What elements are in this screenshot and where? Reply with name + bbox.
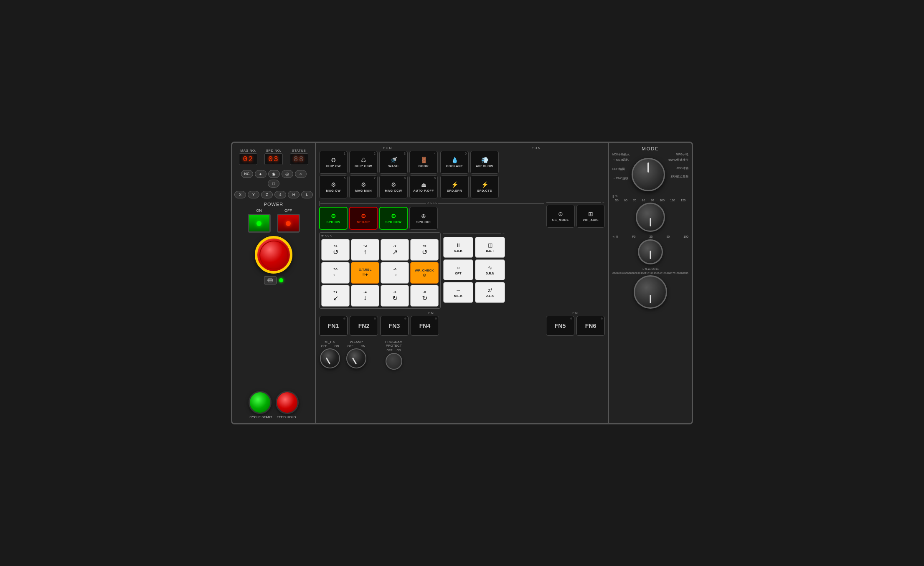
axis-l[interactable]: L	[301, 191, 313, 198]
program-protect-label: PROGRAMPROTECT	[385, 340, 402, 348]
fn5-led	[570, 317, 572, 320]
spd-cw-button[interactable]: ⚙ SPD.CW	[319, 207, 348, 230]
status-value: 88	[290, 153, 308, 165]
program-protect-keyswitch[interactable]	[386, 353, 402, 370]
usb-port[interactable]	[264, 276, 277, 284]
mag-cw-button[interactable]: 6 ⚙ MAG CW	[319, 175, 348, 198]
air-blow-button[interactable]: 💨 AIR BLOW	[470, 151, 499, 174]
chip-cw-button[interactable]: 1 ♻ CHIP CW	[319, 151, 348, 174]
zlk-button[interactable]: z/ Z.L.K	[475, 282, 505, 303]
fun-right-block: 5 💧 COOLANT 💨 AIR BLOW ⚡ SPD.SPR	[440, 151, 499, 198]
jog-ot-rel[interactable]: O.T.REL≡+	[351, 262, 379, 284]
power-label: POWER	[264, 202, 284, 207]
auto-poff-button[interactable]: 9 ⏏ AUTO P.OFF	[409, 175, 438, 198]
power-off-button[interactable]	[277, 214, 300, 233]
fn6-button[interactable]: FN6	[576, 316, 605, 336]
cs-mode-button[interactable]: ⊙ CS_MODE	[546, 205, 575, 228]
feed-scale: ∿ % F0 25 50 100	[612, 235, 688, 239]
jog-minus4[interactable]: -4↻	[381, 285, 409, 307]
feed-dial[interactable]	[638, 239, 663, 264]
jog-minus5[interactable]: -5↻	[410, 285, 439, 307]
fun-row1: 1 ♻ CHIP CW 2 ♺ CHIP CCW 3 🚿 WASH	[319, 151, 438, 174]
jog-header: ☛ ∿∿∿	[321, 234, 439, 238]
spd-ori-button[interactable]: ⊕ SPD.ORI	[409, 207, 438, 230]
mode-sel-5[interactable]: □	[268, 180, 279, 188]
status-label: STATUS	[292, 149, 306, 152]
mode-top-labels: MDI手动输入 MPG手轮	[612, 152, 688, 157]
fun-label-1: FUN	[383, 146, 392, 150]
fun-buttons-all: 1 ♻ CHIP CW 2 ♺ CHIP CCW 3 🚿 WASH	[319, 151, 605, 198]
fun-rrow1: 5 💧 COOLANT 💨 AIR BLOW	[440, 151, 499, 174]
spd-connector-line: ⚠ ∿∿∿	[319, 201, 544, 206]
override-dial[interactable]	[636, 203, 665, 232]
status-display-group: STATUS 88	[290, 149, 308, 165]
rf-row1: ⏸ S.B.K ◫ B.D.T	[443, 237, 505, 258]
fn5-button[interactable]: FN5	[546, 316, 574, 336]
vh-axis-button[interactable]: ⊞ V/H_AXIS	[576, 205, 605, 228]
control-panel: MAG NO. 02 SPD NO. 03 STATUS 88 NC ● ◉ ◎…	[231, 142, 693, 424]
wlamp-knob-group: W.LAMP OFF ON	[346, 340, 366, 368]
wash-button[interactable]: 3 🚿 WASH	[379, 151, 408, 174]
jog-plus-z[interactable]: +Z↑	[351, 239, 379, 261]
estop-button[interactable]	[255, 236, 292, 274]
mlk-button[interactable]: → M.L.K	[443, 282, 473, 303]
right-func-block: → ⏸ S.B.K ◫ B.D.T ○ OPT	[443, 232, 505, 309]
jog-plus-x[interactable]: +X←	[321, 262, 350, 284]
jog-wp-check[interactable]: WP_CHECK⊙	[410, 262, 439, 284]
status-led	[279, 278, 283, 282]
fn4-button[interactable]: FN4	[411, 316, 439, 336]
spd-ccw-button[interactable]: ⚙ SPD.CCW	[379, 207, 408, 230]
mode-sel-4[interactable]: ○	[295, 170, 307, 178]
axis-z[interactable]: Z	[261, 191, 273, 198]
speed-dial[interactable]	[634, 275, 667, 309]
nc-selector[interactable]: NC	[241, 170, 253, 178]
chip-ccw-button[interactable]: 2 ♺ CHIP CCW	[349, 151, 378, 174]
spd-spr-button[interactable]: ⚡ SPD.SPR	[440, 175, 469, 198]
mode-title: MODE	[642, 146, 659, 151]
spd-cts-button[interactable]: ⚡ SPD.CTS	[470, 175, 499, 198]
axis-h[interactable]: H	[288, 191, 300, 198]
mode-sel-2[interactable]: ◉	[268, 170, 280, 178]
knobs-row: M_FX OFF ON W.LAMP OFF ON PROGRAMPROTECT	[319, 338, 605, 371]
sbk-button[interactable]: ⏸ S.B.K	[443, 237, 473, 258]
mode-sel-1[interactable]: ●	[255, 170, 267, 178]
fn3-led	[404, 317, 406, 320]
jog-minus-z[interactable]: -Z↓	[351, 285, 379, 307]
axis-x[interactable]: X	[234, 191, 246, 198]
power-section: POWER ON OFF	[236, 202, 311, 233]
fn2-button[interactable]: FN2	[350, 316, 378, 336]
jog-plus4[interactable]: +4↺	[321, 239, 350, 261]
feed-hold-button[interactable]	[276, 391, 299, 414]
mag-ccw-button[interactable]: 8 ⚙ MAG CCW	[379, 175, 408, 198]
fun-line-r2	[468, 148, 530, 148]
estop-area	[236, 236, 311, 388]
mode-sel-3[interactable]: ◎	[282, 170, 293, 178]
fun-left-block: 1 ♻ CHIP CW 2 ♺ CHIP CCW 3 🚿 WASH	[319, 151, 438, 198]
jog-plus-y[interactable]: +Y↙	[321, 285, 350, 307]
spd-sp-button[interactable]: ⚙ SPD.SP	[349, 207, 378, 230]
axis-4[interactable]: 4	[274, 191, 286, 198]
mfx-label: M_FX	[325, 340, 335, 344]
axis-y[interactable]: Y	[248, 191, 259, 198]
fn3-button[interactable]: FN3	[380, 316, 409, 336]
door-button[interactable]: 4 🚪 DOOR	[409, 151, 438, 174]
mode-knob[interactable]	[632, 158, 665, 191]
mfx-rotary-switch[interactable]	[320, 348, 340, 368]
mag-no-display-group: MAG NO. 02	[239, 149, 257, 165]
jog-plus5[interactable]: +5↺	[410, 239, 439, 261]
fn1-button[interactable]: FN1	[319, 316, 348, 336]
power-on-button[interactable]	[248, 214, 271, 233]
coolant-button[interactable]: 5 💧 COOLANT	[440, 151, 469, 174]
opt-button[interactable]: ○ OPT	[443, 259, 473, 280]
jog-minus-x[interactable]: -X→	[381, 262, 409, 284]
bdt-button[interactable]: ◫ B.D.T	[475, 237, 505, 258]
drn-button[interactable]: ∿ D.R.N	[475, 259, 505, 280]
cycle-start-button[interactable]	[249, 391, 272, 414]
bottom-controls: CYCLE START FEED HOLD	[236, 391, 311, 419]
left-section: MAG NO. 02 SPD NO. 03 STATUS 88 NC ● ◉ ◎…	[232, 143, 316, 423]
wlamp-sublabels: OFF ON	[348, 345, 366, 348]
jog-minus-y[interactable]: -Y↗	[381, 239, 409, 261]
mag-man-button[interactable]: 7 ⚙ MAG MAN	[349, 175, 378, 198]
power-on-group: ON	[248, 208, 271, 233]
wlamp-rotary-switch[interactable]	[346, 348, 366, 368]
